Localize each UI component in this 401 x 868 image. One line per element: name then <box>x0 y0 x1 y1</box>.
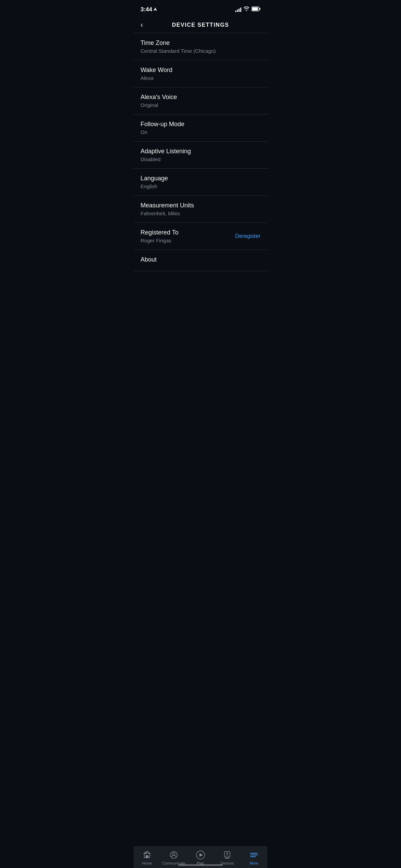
settings-item-subtitle: Fahrenheit, Miles <box>141 210 260 216</box>
settings-item-title: Registered To <box>141 229 230 236</box>
signal-bar-4 <box>240 8 241 12</box>
location-icon <box>154 8 157 12</box>
back-button[interactable]: ‹ <box>141 21 143 29</box>
page-header: ‹ DEVICE SETTINGS <box>134 17 267 33</box>
settings-item-subtitle: English <box>141 183 260 189</box>
settings-item-subtitle: Roger Fingas <box>141 238 230 243</box>
page-title: DEVICE SETTINGS <box>172 22 229 28</box>
settings-item-title: Time Zone <box>141 39 260 47</box>
page-content: ‹ DEVICE SETTINGS Time Zone Central Stan… <box>134 17 267 302</box>
settings-item-content: Time Zone Central Standard Time (Chicago… <box>141 39 260 54</box>
status-bar: 3:44 <box>134 0 267 17</box>
settings-item-adaptive-listening[interactable]: Adaptive Listening Disabled <box>134 142 267 169</box>
settings-item-title: Measurement Units <box>141 202 260 209</box>
settings-item-language[interactable]: Language English <box>134 169 267 196</box>
settings-item-content: Adaptive Listening Disabled <box>141 148 260 162</box>
settings-item-title: About <box>141 256 260 263</box>
status-icons <box>235 7 260 13</box>
settings-item-follow-up-mode[interactable]: Follow-up Mode On <box>134 114 267 142</box>
settings-item-wake-word[interactable]: Wake Word Alexa <box>134 60 267 87</box>
settings-item-title: Follow-up Mode <box>141 121 260 128</box>
time-display: 3:44 <box>141 6 152 13</box>
status-time: 3:44 <box>141 6 157 13</box>
settings-item-title: Adaptive Listening <box>141 148 260 155</box>
svg-rect-1 <box>252 8 258 11</box>
settings-item-subtitle: Disabled <box>141 156 260 162</box>
settings-item-content: Language English <box>141 175 260 189</box>
signal-bar-3 <box>239 9 240 12</box>
battery-icon <box>252 7 260 13</box>
signal-bar-1 <box>235 11 236 12</box>
settings-item-content: Wake Word Alexa <box>141 67 260 81</box>
settings-item-content: Alexa's Voice Original <box>141 94 260 108</box>
settings-item-measurement-units[interactable]: Measurement Units Fahrenheit, Miles <box>134 196 267 223</box>
signal-bar-2 <box>237 10 238 12</box>
settings-item-subtitle: Central Standard Time (Chicago) <box>141 48 260 54</box>
settings-item-title: Alexa's Voice <box>141 94 260 101</box>
wifi-icon <box>243 7 250 13</box>
settings-item-title: Language <box>141 175 260 182</box>
settings-item-subtitle: Alexa <box>141 75 260 81</box>
svg-rect-2 <box>259 8 260 10</box>
settings-item-content: Registered To Roger Fingas <box>141 229 230 243</box>
settings-item-content: About <box>141 256 260 265</box>
settings-item-alexas-voice[interactable]: Alexa's Voice Original <box>134 87 267 114</box>
settings-item-content: Follow-up Mode On <box>141 121 260 135</box>
settings-item-registered-to[interactable]: Registered To Roger Fingas Deregister <box>134 223 267 250</box>
settings-item-content: Measurement Units Fahrenheit, Miles <box>141 202 260 216</box>
settings-item-subtitle: On <box>141 129 260 135</box>
settings-item-title: Wake Word <box>141 67 260 74</box>
signal-bars <box>235 7 241 12</box>
deregister-button[interactable]: Deregister <box>235 233 260 239</box>
settings-item-subtitle: Original <box>141 102 260 108</box>
settings-item-time-zone[interactable]: Time Zone Central Standard Time (Chicago… <box>134 33 267 60</box>
settings-list: Time Zone Central Standard Time (Chicago… <box>134 33 267 271</box>
settings-item-about[interactable]: About <box>134 250 267 271</box>
